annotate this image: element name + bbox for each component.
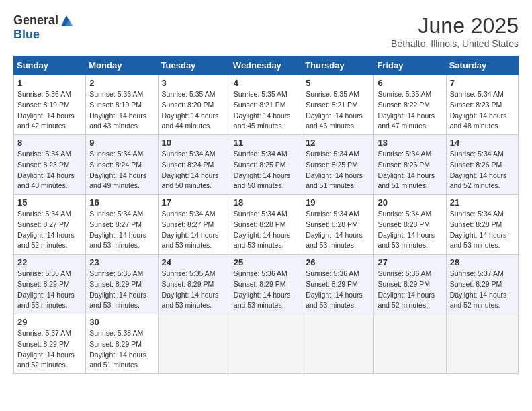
calendar-table: Sunday Monday Tuesday Wednesday Thursday… [13,56,519,374]
day-info: Sunrise: 5:35 AMSunset: 8:21 PMDaylight:… [306,89,370,132]
day-number: 10 [162,138,226,148]
day-number: 15 [17,197,82,208]
location-subtitle: Bethalto, Illinois, United States [391,38,519,49]
day-number: 28 [450,257,515,267]
day-number: 6 [378,78,442,88]
table-row: 24Sunrise: 5:35 AMSunset: 8:29 PMDayligh… [158,255,230,314]
day-info: Sunrise: 5:34 AMSunset: 8:23 PMDaylight:… [450,89,515,132]
col-friday: Friday [374,56,446,75]
col-sunday: Sunday [14,56,86,75]
day-number: 29 [17,317,82,327]
day-number: 21 [450,197,515,208]
day-info: Sunrise: 5:35 AMSunset: 8:20 PMDaylight:… [162,89,226,132]
table-row: 28Sunrise: 5:37 AMSunset: 8:29 PMDayligh… [446,255,518,314]
table-row: 15Sunrise: 5:34 AMSunset: 8:27 PMDayligh… [14,195,86,255]
col-saturday: Saturday [446,56,518,75]
table-row [230,314,302,374]
table-row: 7Sunrise: 5:34 AMSunset: 8:23 PMDaylight… [446,75,518,135]
table-row: 6Sunrise: 5:35 AMSunset: 8:22 PMDaylight… [374,75,446,135]
table-row [158,314,230,374]
day-number: 17 [162,197,226,208]
table-row: 23Sunrise: 5:35 AMSunset: 8:29 PMDayligh… [86,255,158,314]
day-number: 13 [378,138,442,148]
table-row: 1Sunrise: 5:36 AMSunset: 8:19 PMDaylight… [14,75,86,135]
day-number: 25 [234,257,298,267]
day-number: 3 [162,78,226,88]
day-number: 24 [162,257,226,267]
day-number: 14 [450,138,515,148]
day-info: Sunrise: 5:35 AMSunset: 8:21 PMDaylight:… [234,89,298,132]
table-row: 27Sunrise: 5:36 AMSunset: 8:29 PMDayligh… [374,255,446,314]
day-number: 23 [89,257,154,267]
day-number: 22 [17,257,82,267]
day-info: Sunrise: 5:35 AMSunset: 8:29 PMDaylight:… [162,269,226,311]
calendar-header-row: Sunday Monday Tuesday Wednesday Thursday… [14,56,519,75]
table-row: 9Sunrise: 5:34 AMSunset: 8:24 PMDaylight… [86,135,158,195]
table-row: 11Sunrise: 5:34 AMSunset: 8:25 PMDayligh… [230,135,302,195]
day-number: 9 [89,138,154,148]
day-info: Sunrise: 5:35 AMSunset: 8:22 PMDaylight:… [378,89,442,132]
table-row: 5Sunrise: 5:35 AMSunset: 8:21 PMDaylight… [302,75,374,135]
col-monday: Monday [86,56,158,75]
table-row: 18Sunrise: 5:34 AMSunset: 8:28 PMDayligh… [230,195,302,255]
day-info: Sunrise: 5:34 AMSunset: 8:28 PMDaylight:… [234,209,298,251]
day-info: Sunrise: 5:35 AMSunset: 8:29 PMDaylight:… [17,269,82,311]
col-tuesday: Tuesday [158,56,230,75]
logo: General Blue [13,13,73,42]
day-number: 16 [89,197,154,208]
day-info: Sunrise: 5:34 AMSunset: 8:23 PMDaylight:… [17,149,82,191]
table-row [374,314,446,374]
table-row: 19Sunrise: 5:34 AMSunset: 8:28 PMDayligh… [302,195,374,255]
day-info: Sunrise: 5:37 AMSunset: 8:29 PMDaylight:… [450,269,515,311]
day-number: 12 [306,138,370,148]
col-wednesday: Wednesday [230,56,302,75]
table-row [446,314,518,374]
table-row: 29Sunrise: 5:37 AMSunset: 8:29 PMDayligh… [14,314,86,374]
day-info: Sunrise: 5:34 AMSunset: 8:28 PMDaylight:… [450,209,515,251]
table-row: 30Sunrise: 5:38 AMSunset: 8:29 PMDayligh… [86,314,158,374]
table-row: 2Sunrise: 5:36 AMSunset: 8:19 PMDaylight… [86,75,158,135]
day-info: Sunrise: 5:34 AMSunset: 8:28 PMDaylight:… [378,209,442,251]
logo-general-text: General [13,13,58,28]
table-row: 16Sunrise: 5:34 AMSunset: 8:27 PMDayligh… [86,195,158,255]
table-row: 8Sunrise: 5:34 AMSunset: 8:23 PMDaylight… [14,135,86,195]
day-number: 18 [234,197,298,208]
day-info: Sunrise: 5:36 AMSunset: 8:29 PMDaylight:… [378,269,442,311]
day-number: 7 [450,78,515,88]
table-row [302,314,374,374]
table-row: 25Sunrise: 5:36 AMSunset: 8:29 PMDayligh… [230,255,302,314]
day-info: Sunrise: 5:34 AMSunset: 8:25 PMDaylight:… [234,149,298,191]
day-info: Sunrise: 5:37 AMSunset: 8:29 PMDaylight:… [17,328,82,371]
day-number: 5 [306,78,370,88]
day-info: Sunrise: 5:36 AMSunset: 8:29 PMDaylight:… [306,269,370,311]
day-number: 11 [234,138,298,148]
day-info: Sunrise: 5:38 AMSunset: 8:29 PMDaylight:… [89,328,154,371]
day-number: 1 [17,78,82,88]
day-info: Sunrise: 5:34 AMSunset: 8:28 PMDaylight:… [306,209,370,251]
day-number: 30 [89,317,154,327]
table-row: 26Sunrise: 5:36 AMSunset: 8:29 PMDayligh… [302,255,374,314]
day-info: Sunrise: 5:36 AMSunset: 8:19 PMDaylight:… [89,89,154,132]
table-row: 10Sunrise: 5:34 AMSunset: 8:24 PMDayligh… [158,135,230,195]
logo-icon [60,14,73,28]
table-row: 13Sunrise: 5:34 AMSunset: 8:26 PMDayligh… [374,135,446,195]
table-row: 21Sunrise: 5:34 AMSunset: 8:28 PMDayligh… [446,195,518,255]
title-block: June 2025 Bethalto, Illinois, United Sta… [391,13,519,49]
day-info: Sunrise: 5:34 AMSunset: 8:25 PMDaylight:… [306,149,370,191]
day-info: Sunrise: 5:34 AMSunset: 8:24 PMDaylight:… [89,149,154,191]
day-number: 4 [234,78,298,88]
day-info: Sunrise: 5:36 AMSunset: 8:19 PMDaylight:… [17,89,82,132]
month-year-title: June 2025 [391,13,519,38]
day-info: Sunrise: 5:35 AMSunset: 8:29 PMDaylight:… [89,269,154,311]
day-info: Sunrise: 5:34 AMSunset: 8:27 PMDaylight:… [162,209,226,251]
day-info: Sunrise: 5:34 AMSunset: 8:24 PMDaylight:… [162,149,226,191]
page-header: General Blue June 2025 Bethalto, Illinoi… [13,13,519,49]
table-row: 14Sunrise: 5:34 AMSunset: 8:26 PMDayligh… [446,135,518,195]
table-row: 4Sunrise: 5:35 AMSunset: 8:21 PMDaylight… [230,75,302,135]
day-number: 26 [306,257,370,267]
table-row: 3Sunrise: 5:35 AMSunset: 8:20 PMDaylight… [158,75,230,135]
day-number: 20 [378,197,442,208]
table-row: 22Sunrise: 5:35 AMSunset: 8:29 PMDayligh… [14,255,86,314]
day-number: 2 [89,78,154,88]
day-number: 27 [378,257,442,267]
